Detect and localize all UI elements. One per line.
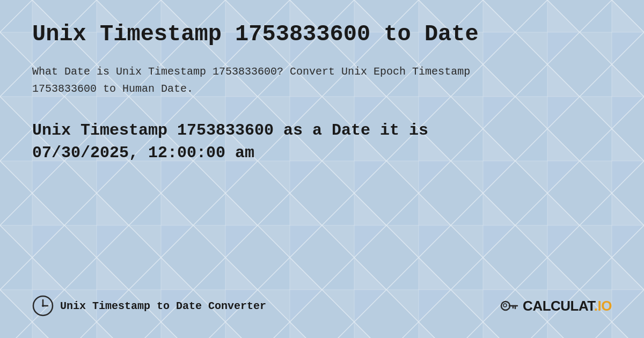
result-section: Unix Timestamp 1753833600 as a Date it i…	[32, 119, 612, 164]
svg-point-18	[503, 304, 507, 307]
footer: Unix Timestamp to Date Converter CALCULA…	[32, 284, 612, 317]
result-line2: 07/30/2025, 12:00:00 am	[32, 144, 254, 162]
footer-left: Unix Timestamp to Date Converter	[32, 295, 266, 317]
clock-icon	[32, 295, 54, 317]
result-text: Unix Timestamp 1753833600 as a Date it i…	[32, 119, 612, 164]
logo-icon	[500, 296, 519, 315]
svg-point-14	[501, 302, 510, 310]
page-title: Unix Timestamp 1753833600 to Date	[32, 21, 612, 47]
logo-text: CALCULAT.IO	[523, 298, 612, 314]
result-line1: Unix Timestamp 1753833600 as a Date it i…	[32, 121, 428, 139]
svg-point-13	[42, 305, 44, 307]
site-logo: CALCULAT.IO	[500, 296, 612, 315]
footer-label: Unix Timestamp to Date Converter	[60, 300, 266, 312]
page-description: What Date is Unix Timestamp 1753833600? …	[32, 63, 515, 98]
